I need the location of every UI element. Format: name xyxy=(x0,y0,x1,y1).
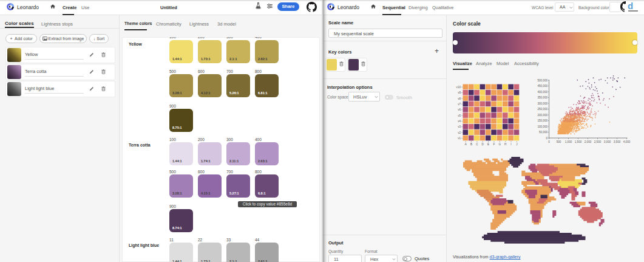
svg-text:v3: v3 xyxy=(458,125,461,128)
svg-text:450,000: 450,000 xyxy=(537,84,547,88)
svg-text:v8: v8 xyxy=(458,97,461,100)
svg-text:4,000: 4,000 xyxy=(623,140,631,143)
svg-text:2,500: 2,500 xyxy=(594,140,602,143)
svg-text:I: I xyxy=(510,143,511,146)
svg-text:350,000: 350,000 xyxy=(537,96,547,99)
svg-text:400,000: 400,000 xyxy=(537,91,547,94)
svg-text:A: A xyxy=(465,143,467,146)
svg-text:3,000: 3,000 xyxy=(604,140,611,143)
svg-text:200,000: 200,000 xyxy=(537,114,547,117)
svg-text:1,500: 1,500 xyxy=(575,140,582,143)
svg-text:500: 500 xyxy=(557,140,561,143)
svg-text:E: E xyxy=(487,143,489,146)
svg-text:v1: v1 xyxy=(458,137,461,140)
svg-text:G: G xyxy=(499,143,501,146)
svg-text:3,500: 3,500 xyxy=(614,140,621,143)
svg-text:150,000: 150,000 xyxy=(537,119,547,122)
svg-text:B: B xyxy=(470,143,472,146)
svg-text:v2: v2 xyxy=(458,131,461,134)
svg-text:v6: v6 xyxy=(458,108,461,111)
svg-text:100,000: 100,000 xyxy=(537,125,547,128)
svg-text:0: 0 xyxy=(546,137,547,140)
svg-text:H: H xyxy=(504,143,506,146)
svg-text:500,000: 500,000 xyxy=(537,79,547,82)
svg-text:v9: v9 xyxy=(458,91,461,94)
svg-text:D: D xyxy=(482,143,484,146)
svg-text:v10: v10 xyxy=(456,86,461,89)
svg-text:250,000: 250,000 xyxy=(537,108,547,111)
svg-text:v5: v5 xyxy=(458,114,461,117)
svg-text:2,000: 2,000 xyxy=(585,140,592,143)
svg-text:C: C xyxy=(476,143,478,146)
svg-text:F: F xyxy=(493,143,495,146)
svg-text:v4: v4 xyxy=(458,120,461,123)
svg-text:0: 0 xyxy=(548,140,550,143)
svg-text:300,000: 300,000 xyxy=(537,102,547,105)
svg-text:50,000: 50,000 xyxy=(539,131,547,134)
svg-text:v7: v7 xyxy=(458,103,461,106)
svg-text:1,000: 1,000 xyxy=(565,140,572,143)
svg-text:J: J xyxy=(516,143,517,146)
